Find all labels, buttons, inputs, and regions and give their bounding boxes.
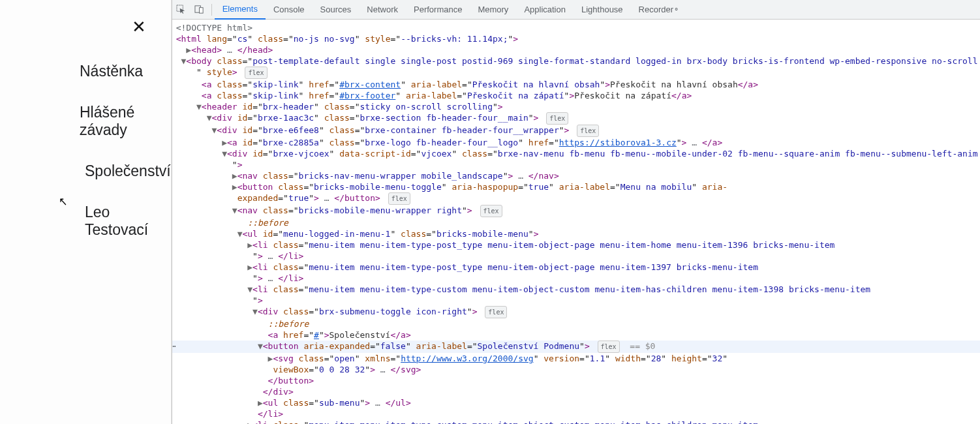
close-icon[interactable]: ✕: [132, 18, 146, 35]
tab-network[interactable]: Network: [359, 0, 406, 20]
device-toolbar-icon[interactable]: [192, 2, 207, 18]
tab-performance[interactable]: Performance: [406, 0, 470, 20]
tab-application[interactable]: Application: [516, 0, 574, 20]
page-mobile-menu: ✕ Nástěnka Hlášené závady Společenství L…: [0, 0, 172, 424]
tab-lighthouse[interactable]: Lighthouse: [574, 0, 631, 20]
elements-tree[interactable]: <!DOCTYPE html> <html lang="cs" class="n…: [172, 20, 980, 424]
menu-item-hlasene-zavady[interactable]: Hlášené závady: [0, 92, 171, 151]
tab-elements[interactable]: Elements: [215, 0, 266, 20]
menu-item-leo-testovaci[interactable]: Leo Testovací: [0, 192, 171, 250]
tab-sources[interactable]: Sources: [313, 0, 360, 20]
devtools: Elements Console Sources Network Perform…: [172, 0, 980, 424]
tab-console[interactable]: Console: [266, 0, 313, 20]
mobile-menu-list: Nástěnka Hlášené závady Společenství Leo…: [0, 51, 171, 250]
menu-item-nastenka[interactable]: Nástěnka: [0, 51, 171, 92]
tab-memory[interactable]: Memory: [470, 0, 516, 20]
svg-rect-2: [200, 8, 204, 13]
devtools-tab-strip: Elements Console Sources Network Perform…: [215, 0, 687, 20]
inspect-icon[interactable]: [174, 2, 189, 18]
menu-item-spolecenstvi[interactable]: Společenství: [0, 151, 171, 192]
devtools-toolbar: Elements Console Sources Network Perform…: [172, 0, 980, 20]
tab-recorder[interactable]: Recorder ⚬: [631, 0, 687, 20]
